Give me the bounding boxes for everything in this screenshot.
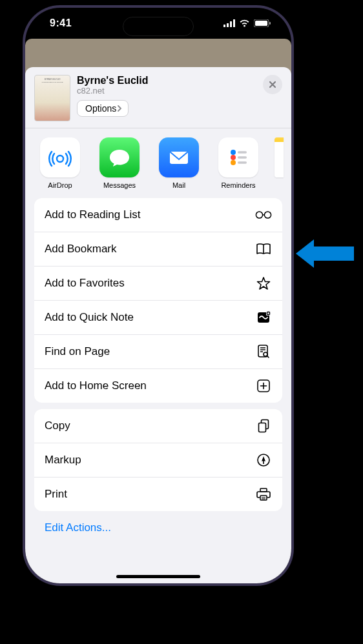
- share-label: AirDrop: [48, 181, 72, 189]
- star-icon: [255, 276, 272, 291]
- svg-rect-14: [238, 161, 247, 163]
- find-icon: [255, 344, 272, 359]
- svg-rect-3: [233, 19, 235, 27]
- copy-icon: [255, 418, 272, 434]
- share-sheet: BYRNE'S EUCLID THE ELEMENTS OF EUCLID By…: [25, 67, 291, 583]
- mail-icon: [159, 137, 199, 177]
- actions-group-secondary: Copy Markup Print: [34, 409, 282, 511]
- svg-rect-6: [269, 22, 271, 25]
- action-bookmark[interactable]: Add Bookmark: [34, 232, 282, 267]
- svg-point-9: [231, 150, 236, 155]
- action-label: Add to Favorites: [45, 277, 125, 290]
- action-quick-note[interactable]: Add to Quick Note: [34, 301, 282, 335]
- svg-point-11: [231, 160, 236, 165]
- actions-group-primary: Add to Reading List Add Bookmark Add to …: [34, 198, 282, 403]
- phone-screen: 9:41 BYRNE'S EUCLID THE ELEMENTS OF EUCL…: [25, 8, 291, 583]
- action-label: Markup: [45, 454, 81, 467]
- action-markup[interactable]: Markup: [34, 443, 282, 478]
- wifi-icon: [239, 19, 250, 27]
- share-label: Messages: [103, 181, 136, 189]
- action-label: Copy: [45, 419, 70, 432]
- print-icon: [255, 487, 272, 502]
- home-indicator[interactable]: [116, 575, 200, 578]
- action-favorites[interactable]: Add to Favorites: [34, 267, 282, 301]
- share-airdrop[interactable]: AirDrop: [37, 137, 83, 189]
- svg-rect-30: [259, 423, 266, 432]
- glasses-icon: [255, 207, 272, 223]
- page-url: c82.net: [77, 86, 256, 96]
- share-apps-row[interactable]: AirDrop Messages Mail: [25, 128, 291, 198]
- svg-point-16: [264, 212, 271, 218]
- cellular-icon: [223, 19, 235, 27]
- options-label: Options: [85, 103, 116, 114]
- status-icons: [223, 19, 271, 27]
- svg-point-15: [256, 212, 262, 218]
- annotation-arrow: [296, 239, 354, 268]
- page-thumbnail: BYRNE'S EUCLID THE ELEMENTS OF EUCLID: [34, 75, 70, 121]
- svg-rect-2: [230, 21, 232, 27]
- close-icon: [269, 81, 276, 88]
- svg-rect-13: [238, 156, 247, 158]
- action-print[interactable]: Print: [34, 478, 282, 511]
- svg-rect-12: [238, 151, 247, 153]
- page-title: Byrne's Euclid: [77, 75, 256, 86]
- plus-box-icon: [255, 378, 272, 394]
- share-label: Reminders: [221, 181, 255, 189]
- action-label: Add Bookmark: [45, 243, 117, 256]
- messages-icon: [99, 137, 140, 177]
- action-label: Add to Home Screen: [45, 379, 147, 392]
- close-button[interactable]: [263, 75, 282, 94]
- svg-point-10: [231, 155, 236, 160]
- battery-icon: [254, 19, 271, 27]
- edit-actions-link[interactable]: Edit Actions...: [25, 518, 291, 547]
- share-mail[interactable]: Mail: [156, 137, 202, 189]
- reminders-icon: [218, 137, 258, 177]
- action-find[interactable]: Find on Page: [34, 335, 282, 369]
- action-label: Print: [45, 488, 67, 501]
- share-reminders[interactable]: Reminders: [215, 137, 262, 189]
- svg-line-25: [267, 356, 269, 357]
- status-time: 9:41: [50, 17, 72, 29]
- phone-frame: 9:41 BYRNE'S EUCLID THE ELEMENTS OF EUCL…: [23, 5, 294, 586]
- header-info: Byrne's Euclid c82.net Options: [77, 75, 256, 117]
- dynamic-island: [123, 17, 194, 36]
- sheet-header: BYRNE'S EUCLID THE ELEMENTS OF EUCLID By…: [25, 67, 291, 128]
- airdrop-icon: [40, 137, 80, 177]
- action-copy[interactable]: Copy: [34, 409, 282, 443]
- svg-point-7: [57, 156, 63, 162]
- chevron-right-icon: [118, 105, 122, 112]
- action-label: Add to Quick Note: [45, 311, 134, 324]
- book-icon: [255, 241, 272, 257]
- action-label: Find on Page: [45, 345, 110, 358]
- share-notes-partial[interactable]: [275, 137, 284, 177]
- action-label: Add to Reading List: [45, 208, 140, 221]
- action-reading-list[interactable]: Add to Reading List: [34, 198, 282, 232]
- svg-rect-5: [255, 21, 267, 26]
- share-label: Mail: [172, 181, 185, 189]
- svg-rect-0: [223, 25, 225, 27]
- share-messages[interactable]: Messages: [96, 137, 143, 189]
- options-button[interactable]: Options: [77, 100, 129, 117]
- svg-rect-1: [227, 23, 229, 27]
- action-home-screen[interactable]: Add to Home Screen: [34, 369, 282, 403]
- quicknote-icon: [255, 310, 272, 325]
- markup-icon: [255, 452, 272, 468]
